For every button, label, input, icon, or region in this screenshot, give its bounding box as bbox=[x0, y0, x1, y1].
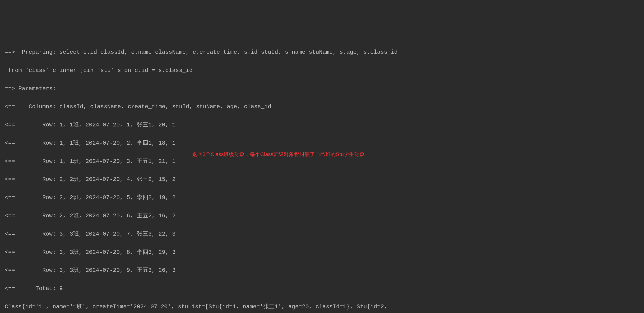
class-output-1a: Class{id='1', name='1班', createTime='202… bbox=[5, 302, 639, 311]
sql-row-8: <== Row: 3, 3班, 2024-07-20, 8, 李四3, 29, … bbox=[5, 248, 639, 257]
sql-total-line: <== Total: 9 bbox=[5, 284, 639, 293]
sql-parameters-line: ==> Parameters: bbox=[5, 84, 639, 93]
red-annotation-text: 返回3个Class班级对象，每个Class班级对象都封装了自己班的Stu学生对象 bbox=[192, 150, 364, 158]
text-cursor bbox=[63, 286, 63, 292]
sql-row-6: <== Row: 2, 2班, 2024-07-20, 6, 王五2, 16, … bbox=[5, 211, 639, 220]
sql-row-9: <== Row: 3, 3班, 2024-07-20, 9, 王五3, 26, … bbox=[5, 266, 639, 275]
sql-row-7: <== Row: 3, 3班, 2024-07-20, 7, 张三3, 22, … bbox=[5, 230, 639, 239]
sql-row-5: <== Row: 2, 2班, 2024-07-20, 5, 李四2, 19, … bbox=[5, 193, 639, 202]
sql-row-2: <== Row: 1, 1班, 2024-07-20, 2, 李四1, 18, … bbox=[5, 139, 639, 148]
sql-columns-line: <== Columns: classId, className, create_… bbox=[5, 102, 639, 111]
sql-preparing-line1: ==> Preparing: select c.id classId, c.na… bbox=[5, 48, 639, 57]
sql-preparing-line2: from `class` c inner join `stu` s on c.i… bbox=[5, 66, 639, 75]
sql-row-4: <== Row: 2, 2班, 2024-07-20, 4, 张三2, 15, … bbox=[5, 175, 639, 184]
console-output-container: ==> Preparing: select c.id classId, c.na… bbox=[5, 39, 639, 313]
sql-row-1: <== Row: 1, 1班, 2024-07-20, 1, 张三1, 20, … bbox=[5, 121, 639, 130]
total-text: <== Total: 9 bbox=[5, 285, 63, 292]
